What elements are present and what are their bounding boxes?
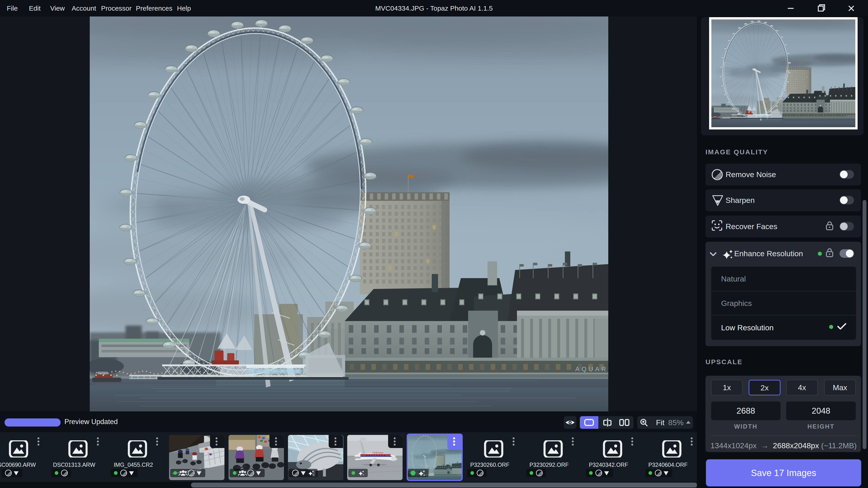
svg-text:USAirways: USAirways	[372, 452, 383, 454]
svg-text:Fit: Fit	[656, 418, 664, 427]
svg-text:85%: 85%	[668, 418, 684, 427]
